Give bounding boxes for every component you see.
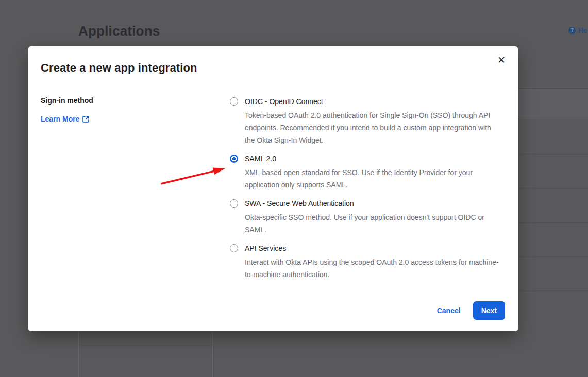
help-link[interactable]: ? Help	[568, 26, 588, 35]
radio-swa[interactable]	[230, 199, 238, 208]
page-title: Applications	[78, 23, 160, 39]
sign-in-method-label: Sign-in method	[41, 96, 216, 105]
radio-api-services[interactable]	[230, 244, 238, 252]
option-swa: SWA - Secure Web Authentication Okta-spe…	[230, 198, 499, 236]
external-link-icon	[82, 116, 89, 123]
learn-more-link[interactable]: Learn More	[41, 115, 89, 123]
option-label: SWA - Secure Web Authentication	[245, 198, 354, 209]
sign-in-method-options: OIDC - OpenID Connect Token-based OAuth …	[230, 96, 499, 288]
option-description: Token-based OAuth 2.0 authentication for…	[245, 109, 500, 146]
option-label: SAML 2.0	[245, 153, 276, 164]
radio-oidc[interactable]	[230, 97, 238, 106]
radio-saml[interactable]	[230, 155, 238, 163]
background-row-divider	[518, 256, 588, 257]
create-app-integration-dialog: ✕ Create a new app integration Sign-in m…	[28, 46, 518, 331]
option-description: Interact with Okta APIs using the scoped…	[245, 256, 500, 281]
background-panel-border	[212, 331, 213, 377]
background-row-divider	[518, 154, 588, 155]
help-icon: ?	[568, 27, 576, 34]
option-label: OIDC - OpenID Connect	[245, 96, 323, 107]
option-oidc: OIDC - OpenID Connect Token-based OAuth …	[230, 96, 499, 146]
cancel-button[interactable]: Cancel	[437, 306, 461, 315]
option-description: Okta-specific SSO method. Use if your ap…	[245, 211, 500, 236]
background-row-divider	[518, 188, 588, 188]
dialog-title: Create a new app integration	[41, 61, 197, 75]
option-saml: SAML 2.0 XML-based open standard for SSO…	[230, 153, 499, 191]
help-label: Help	[578, 26, 588, 35]
next-button[interactable]: Next	[473, 301, 505, 320]
dialog-sidebar: Sign-in method Learn More	[41, 96, 216, 124]
option-description: XML-based open standard for SSO. Use if …	[245, 166, 500, 191]
background-table-header	[518, 88, 588, 119]
option-api-services: API Services Interact with Okta APIs usi…	[230, 243, 499, 281]
background-panel-border	[78, 331, 79, 377]
close-icon[interactable]: ✕	[493, 52, 510, 68]
background-row-divider	[518, 222, 588, 223]
dialog-footer: Cancel Next	[437, 301, 505, 320]
option-label: API Services	[245, 243, 286, 253]
background-row-divider	[518, 290, 588, 291]
learn-more-label: Learn More	[41, 115, 79, 123]
background-panel-divider	[79, 345, 213, 345]
